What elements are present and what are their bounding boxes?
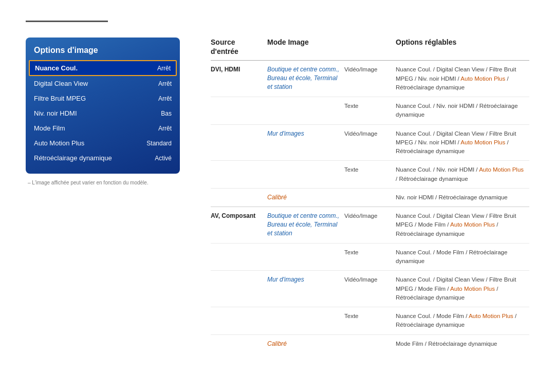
mode-calibre-1: Calibré [267,192,344,203]
table-row: Texte Nuance Coul. / Mode Film / Rétroéc… [211,244,529,271]
right-panel: Sourced'entrée Mode Image Options réglab… [211,38,529,353]
source-empty-8 [211,339,267,341]
menu-item-nuance-label: Nuance Coul. [35,64,78,72]
menu-item-digital-value: Arrêt [158,80,172,87]
options-1: Nuance Coul. / Digital Clean View / Filt… [396,64,529,93]
table-row: Texte Nuance Coul. / Niv. noir HDMI / Au… [211,161,529,189]
menu-item-niv[interactable]: Niv. noir HDMI Bas [26,106,180,121]
source-av: AV, Composant [211,211,267,221]
menu-item-filtre-label: Filtre Bruit MPEG [34,95,86,102]
col-header-mode: Mode Image [267,38,344,56]
table-row: AV, Composant Boutique et centre comm., … [211,207,529,244]
options-box: Options d'image Nuance Coul. Arrêt Digit… [26,38,180,174]
options-av-texte-2: Nuance Coul. / Mode Film / Auto Motion P… [396,311,529,331]
options-calibre-1: Niv. noir HDMI / Rétroéclairage dynamiqu… [396,192,529,203]
menu-item-filtre[interactable]: Filtre Bruit MPEG Arrêt [26,91,180,106]
options-mur-1: Nuance Coul. / Digital Clean View / Filt… [396,128,529,157]
menu-item-mode-film-label: Mode Film [34,124,65,132]
table-header: Sourced'entrée Mode Image Options réglab… [211,38,529,61]
top-divider [26,21,108,22]
table-row: Calibré Niv. noir HDMI / Rétroéclairage … [211,189,529,207]
type-texte-3: Texte [344,247,396,257]
menu-item-niv-label: Niv. noir HDMI [34,109,77,117]
source-empty-1 [211,101,267,103]
source-group-dvi-hdmi: DVI, HDMI Boutique et centre comm., Bure… [211,61,529,207]
menu-item-nuance[interactable]: Nuance Coul. Arrêt [29,60,177,76]
menu-item-digital-label: Digital Clean View [34,80,88,87]
menu-item-filtre-value: Arrêt [158,95,172,102]
source-empty-2 [211,128,267,130]
mode-calibre-2: Calibré [267,339,344,349]
table-row: DVI, HDMI Boutique et centre comm., Bure… [211,61,529,97]
source-group-av-composant: AV, Composant Boutique et centre comm., … [211,207,529,353]
type-empty-2 [344,339,396,341]
type-video-2: Vidéo/Image [344,128,396,139]
options-av-texte-1: Nuance Coul. / Mode Film / Rétroéclairag… [396,247,529,267]
mode-empty-1 [267,101,344,103]
source-empty-6 [211,274,267,276]
col-header-options: Options réglables [396,38,529,56]
type-video-1: Vidéo/Image [344,64,396,74]
table-row: Texte Nuance Coul. / Niv. noir HDMI / Ré… [211,97,529,125]
source-empty-7 [211,311,267,313]
options-av-mur-1: Nuance Coul. / Digital Clean View / Filt… [396,274,529,303]
main-content: Options d'image Nuance Coul. Arrêt Digit… [26,38,529,353]
footnote: – L'image affichée peut varier en foncti… [26,180,180,185]
menu-item-mode-film[interactable]: Mode Film Arrêt [26,121,180,136]
table-row: Mur d'images Vidéo/Image Nuance Coul. / … [211,125,529,161]
options-calibre-2: Mode Film / Rétroéclairage dynamique [396,339,529,349]
table-row: Mur d'images Vidéo/Image Nuance Coul. / … [211,271,529,307]
mode-mur-1: Mur d'images [267,128,344,139]
mode-boutique-1: Boutique et centre comm., Bureau et écol… [267,64,344,92]
mode-empty-3 [267,247,344,249]
menu-item-digital[interactable]: Digital Clean View Arrêt [26,76,180,91]
table-row: Calibré Mode Film / Rétroéclairage dynam… [211,335,529,353]
menu-item-auto-motion-label: Auto Motion Plus [34,139,84,147]
options-texte-2: Nuance Coul. / Niv. noir HDMI / Auto Mot… [396,164,529,184]
mode-empty-2 [267,164,344,166]
menu-item-retro-value: Activé [155,155,172,162]
source-empty-3 [211,164,267,166]
mode-boutique-2: Boutique et centre comm., Bureau et écol… [267,211,344,238]
menu-item-niv-value: Bas [161,110,172,117]
options-title: Options d'image [26,46,180,60]
options-av-1: Nuance Coul. / Digital Clean View / Filt… [396,211,529,239]
type-texte-4: Texte [344,311,396,321]
type-video-4: Vidéo/Image [344,274,396,285]
source-dvi-hdmi: DVI, HDMI [211,64,267,75]
menu-item-retro[interactable]: Rétroéclairage dynamique Activé [26,151,180,165]
mode-empty-4 [267,311,344,313]
table-row: Texte Nuance Coul. / Mode Film / Auto Mo… [211,307,529,335]
type-empty-1 [344,192,396,194]
options-texte-1: Nuance Coul. / Niv. noir HDMI / Rétroécl… [396,101,529,121]
source-empty-4 [211,192,267,194]
menu-item-auto-motion-value: Standard [146,140,172,147]
menu-item-nuance-value: Arrêt [157,65,171,72]
type-texte-1: Texte [344,101,396,111]
menu-item-auto-motion[interactable]: Auto Motion Plus Standard [26,136,180,151]
mode-mur-2: Mur d'images [267,274,344,285]
col-header-source: Sourced'entrée [211,38,267,56]
type-texte-2: Texte [344,164,396,175]
menu-item-mode-film-value: Arrêt [158,125,172,132]
source-empty-5 [211,247,267,249]
left-panel: Options d'image Nuance Coul. Arrêt Digit… [26,38,180,185]
col-header-type [344,38,396,56]
menu-item-retro-label: Rétroéclairage dynamique [34,154,112,162]
type-video-3: Vidéo/Image [344,211,396,221]
